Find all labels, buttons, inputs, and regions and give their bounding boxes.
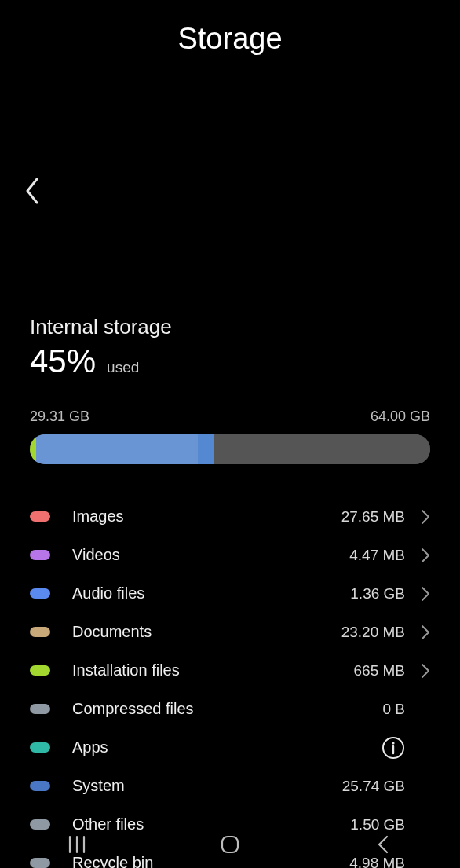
storage-used-label: used	[107, 359, 139, 376]
chevron-left-icon	[24, 177, 41, 205]
storage-section-title: Internal storage	[30, 315, 430, 339]
category-row[interactable]: Images27.65 MB	[30, 497, 430, 536]
category-label: System	[72, 777, 342, 795]
chevron-right-icon	[421, 663, 430, 679]
info-icon	[382, 736, 405, 760]
category-color-pill	[30, 742, 50, 753]
home-icon	[219, 833, 241, 855]
category-color-pill	[30, 627, 50, 637]
category-label: Apps	[72, 738, 382, 756]
storage-bar-segment	[30, 434, 36, 464]
category-color-pill	[30, 781, 50, 791]
category-size: 1.36 GB	[350, 585, 405, 602]
category-row[interactable]: Videos4.47 MB	[30, 536, 430, 574]
category-label: Documents	[72, 623, 341, 641]
back-button[interactable]	[24, 177, 41, 208]
category-size: 25.74 GB	[342, 778, 405, 795]
chevron-wrap	[405, 663, 430, 679]
nav-back-button[interactable]	[344, 833, 422, 855]
category-color-pill	[30, 550, 50, 560]
category-row[interactable]: Apps	[30, 728, 430, 767]
category-color-pill	[30, 511, 50, 522]
category-label: Compressed files	[72, 700, 382, 718]
chevron-wrap	[405, 624, 430, 640]
category-label: Videos	[72, 546, 349, 564]
category-size: 27.65 MB	[341, 508, 405, 526]
category-size: 0 B	[382, 701, 405, 718]
category-row[interactable]: Installation files665 MB	[30, 651, 430, 690]
storage-used-size: 29.31 GB	[30, 408, 89, 425]
category-size: 665 MB	[354, 662, 405, 679]
storage-bar-segment	[214, 434, 430, 464]
info-button[interactable]	[382, 736, 405, 760]
chevron-right-icon	[421, 548, 430, 563]
chevron-wrap	[405, 548, 430, 563]
nav-back-icon	[376, 833, 390, 855]
recents-icon	[67, 834, 87, 855]
category-row: Compressed files0 B	[30, 690, 430, 728]
nav-home-button[interactable]	[191, 833, 269, 855]
chevron-right-icon	[421, 624, 430, 640]
category-label: Images	[72, 507, 341, 526]
category-size: 23.20 MB	[341, 624, 405, 641]
storage-total-size: 64.00 GB	[371, 408, 430, 425]
chevron-wrap	[405, 509, 430, 525]
page-title: Storage	[0, 0, 460, 56]
storage-percent: 45%	[30, 342, 96, 380]
category-color-pill	[30, 704, 50, 714]
chevron-right-icon	[421, 586, 430, 602]
category-color-pill	[30, 665, 50, 676]
chevron-right-icon	[421, 509, 430, 525]
category-row[interactable]: Documents23.20 MB	[30, 613, 430, 651]
category-color-pill	[30, 588, 50, 599]
storage-bar	[30, 434, 430, 464]
category-size: 4.47 MB	[349, 547, 405, 564]
category-row[interactable]: Audio files1.36 GB	[30, 574, 430, 613]
category-row: System25.74 GB	[30, 767, 430, 805]
storage-bar-segment	[198, 434, 214, 464]
storage-bar-segment	[36, 434, 199, 464]
chevron-wrap	[405, 586, 430, 602]
svg-point-1	[392, 742, 394, 744]
svg-rect-6	[222, 837, 238, 852]
nav-recents-button[interactable]	[38, 834, 116, 855]
category-label: Installation files	[72, 661, 354, 679]
navigation-bar	[0, 821, 460, 868]
category-list: Images27.65 MBVideos4.47 MBAudio files1.…	[30, 497, 430, 868]
category-label: Audio files	[72, 584, 350, 602]
